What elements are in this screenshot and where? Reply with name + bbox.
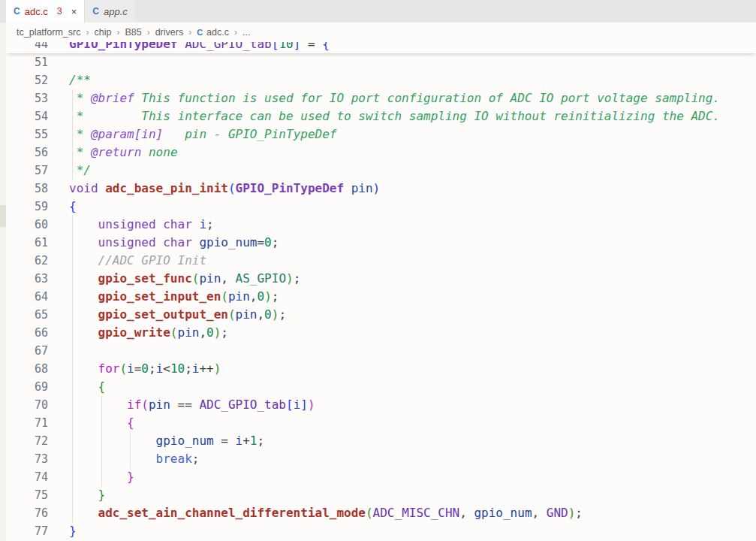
token-br1: ] — [300, 397, 308, 412]
token-def — [156, 217, 164, 231]
token-def: = — [257, 235, 264, 249]
breadcrumb-item[interactable]: chip — [94, 27, 111, 38]
code-line[interactable]: 62 //ADC GPIO Init — [6, 252, 756, 270]
breadcrumb-item-file[interactable]: adc.c — [206, 27, 229, 38]
code-line[interactable]: 73 break; — [6, 450, 756, 468]
line-number: 70 — [6, 396, 48, 414]
code-line-text: } — [69, 468, 756, 486]
token-br2: ( — [119, 361, 127, 376]
breadcrumb: tc_platform_src›chip›B85›drivers›Cadc.c›… — [6, 23, 756, 42]
code-line[interactable]: 67 — [6, 342, 756, 360]
indent-guide — [72, 324, 73, 342]
code-line[interactable]: 44GPIO_PinTypeDef ADC_GPIO_tab[10] = { — [6, 42, 756, 53]
line-number: 68 — [6, 360, 48, 378]
code-line-text: } — [69, 522, 756, 540]
line-number: 66 — [6, 324, 48, 342]
code-line-text: * This interface can be used to switch s… — [69, 107, 756, 125]
token-lc: //ADC GPIO Init — [69, 253, 206, 267]
line-number: 53 — [6, 89, 48, 107]
token-def: ; — [294, 271, 301, 286]
line-number: 71 — [6, 414, 48, 432]
code-line[interactable]: 63 gpio_set_func(pin, AS_GPIO); — [6, 270, 756, 288]
token-var: gpio_num — [192, 235, 258, 249]
line-number: 51 — [6, 53, 48, 71]
indent-guide — [72, 107, 73, 125]
token-br3: ( — [141, 397, 149, 412]
code-line-text: { — [69, 414, 756, 432]
line-number: 72 — [6, 432, 48, 450]
breadcrumb-item[interactable]: B85 — [125, 27, 141, 38]
token-def — [69, 506, 98, 520]
code-line[interactable]: 72 gpio_num = i+1; — [6, 432, 756, 450]
token-br2: ) — [286, 271, 294, 286]
token-kwc: if — [127, 397, 141, 412]
indent-guide — [72, 144, 73, 162]
breadcrumb-item[interactable]: tc_platform_src — [17, 27, 80, 38]
tab-app-c[interactable]: C app.c — [84, 0, 134, 23]
code-line[interactable]: 66 gpio_write(pin,0); — [6, 324, 756, 342]
token-fn: gpio_write — [98, 325, 170, 340]
indent-guide — [72, 342, 73, 360]
indent-guide — [72, 306, 73, 324]
code-line[interactable]: 69 { — [6, 378, 756, 396]
code-line[interactable]: 56 * @return none — [6, 144, 756, 162]
code-line-text — [69, 53, 756, 71]
code-line[interactable]: 68 for(i=0;i<10;i++) — [6, 360, 756, 378]
line-number: 57 — [6, 162, 48, 180]
token-br2: ) — [214, 361, 221, 376]
code-line[interactable]: 58void adc_base_pin_init(GPIO_PinTypeDef… — [6, 180, 756, 198]
left-edge-highlight — [0, 205, 6, 227]
line-number: 54 — [6, 107, 48, 125]
code-line[interactable]: 77} — [6, 522, 756, 540]
token-typ: GPIO_PinTypeDef — [69, 42, 178, 51]
code-line[interactable]: 65 gpio_set_output_en(pin,0); — [6, 306, 756, 324]
code-line[interactable]: 70 if(pin == ADC_GPIO_tab[i]) — [6, 396, 756, 414]
code-line[interactable]: 61 unsigned char gpio_num=0; — [6, 234, 756, 252]
token-def — [69, 397, 127, 412]
code-line[interactable]: 51 — [6, 53, 756, 71]
breadcrumb-more[interactable]: ... — [242, 27, 250, 38]
code-line-text: gpio_set_output_en(pin,0); — [69, 306, 756, 324]
token-fn: gpio_set_func — [98, 271, 192, 286]
indent-guide — [72, 468, 73, 486]
code-lines: 5152/**53 * @brief This function is used… — [6, 53, 756, 540]
token-def: ; — [575, 506, 583, 520]
token-num: 0 — [141, 361, 149, 376]
vscode-window: C adc.c 3 × C app.c tc_platform_src›chip… — [0, 0, 756, 541]
token-gvar: ADC_MISC_CHN — [373, 506, 460, 520]
code-line[interactable]: 54 * This interface can be used to switc… — [6, 107, 756, 125]
token-def: , — [532, 506, 547, 520]
line-number: 52 — [6, 71, 48, 89]
code-line[interactable]: 74 } — [6, 468, 756, 486]
line-number: 61 — [6, 234, 48, 252]
code-line[interactable]: 52/** — [6, 71, 756, 89]
sticky-scroll-line[interactable]: 44GPIO_PinTypeDef ADC_GPIO_tab[10] = { — [6, 42, 756, 53]
token-def — [69, 452, 156, 466]
indent-guide — [130, 432, 131, 450]
tab-label: adc.c — [25, 6, 48, 17]
token-br2: ( — [228, 307, 236, 322]
indent-guide — [72, 486, 73, 504]
token-var: pin — [228, 289, 250, 304]
token-br3: } — [127, 470, 134, 484]
code-line[interactable]: 71 { — [6, 414, 756, 432]
token-br1: ( — [228, 181, 236, 195]
breadcrumb-item[interactable]: drivers — [155, 27, 184, 38]
token-var: i — [236, 434, 243, 448]
token-def: < — [163, 361, 170, 376]
code-line[interactable]: 53 * @brief This function is used for IO… — [6, 89, 756, 107]
code-line[interactable]: 76 adc_set_ain_channel_differential_mode… — [6, 504, 756, 522]
code-line[interactable]: 64 gpio_set_input_en(pin,0); — [6, 288, 756, 306]
code-line[interactable]: 60 unsigned char i; — [6, 216, 756, 234]
token-def — [156, 235, 164, 249]
close-icon[interactable]: × — [71, 6, 77, 17]
code-line[interactable]: 75 } — [6, 486, 756, 504]
code-line[interactable]: 59{ — [6, 198, 756, 216]
code-line[interactable]: 57 */ — [6, 162, 756, 180]
token-kwt: char — [163, 235, 192, 249]
code-editor[interactable]: 44GPIO_PinTypeDef ADC_GPIO_tab[10] = { 5… — [6, 42, 756, 541]
tab-adc-c[interactable]: C adc.c 3 × — [6, 0, 84, 23]
code-line-text: unsigned char i; — [69, 216, 756, 234]
token-def — [69, 235, 98, 249]
code-line[interactable]: 55 * @param[in] pin - GPIO_PinTypeDef — [6, 125, 756, 144]
